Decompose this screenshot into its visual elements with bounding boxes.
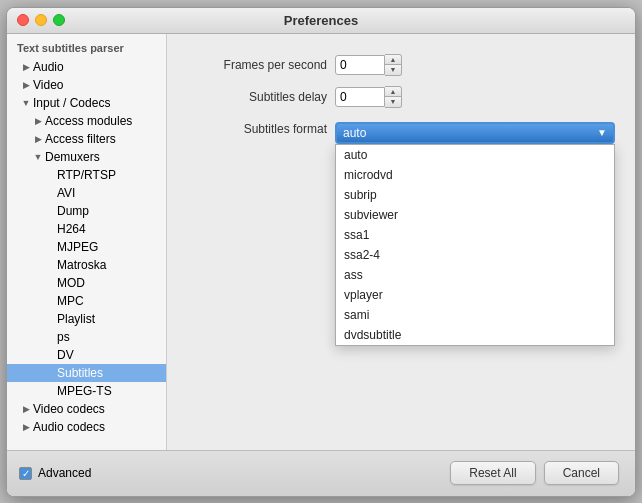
sidebar: Text subtitles parser AudioVideoInput / … — [7, 34, 167, 450]
sidebar-item-label: Dump — [57, 204, 89, 218]
sidebar-item-label: Access modules — [45, 114, 132, 128]
main-panel: Frames per second ▲ ▼ Subtitles delay ▲ — [167, 34, 635, 450]
delay-increment[interactable]: ▲ — [385, 87, 401, 97]
sidebar-item-matroska[interactable]: Matroska — [7, 256, 166, 274]
fps-spinbox: ▲ ▼ — [335, 54, 402, 76]
sidebar-item-mod[interactable]: MOD — [7, 274, 166, 292]
dropdown-item-dvdsubtitle[interactable]: dvdsubtitle — [336, 325, 614, 345]
tree-arrow-icon — [31, 116, 45, 126]
dropdown-item-vplayer[interactable]: vplayer — [336, 285, 614, 305]
cancel-button[interactable]: Cancel — [544, 461, 619, 485]
sidebar-item-label: DV — [57, 348, 74, 362]
delay-spinbox: ▲ ▼ — [335, 86, 402, 108]
sidebar-item-playlist[interactable]: Playlist — [7, 310, 166, 328]
sidebar-item-mpeg-ts[interactable]: MPEG-TS — [7, 382, 166, 400]
sidebar-item-video[interactable]: Video — [7, 76, 166, 94]
format-selected-value: auto — [343, 126, 366, 140]
sidebar-item-label: Audio — [33, 60, 64, 74]
advanced-checkbox[interactable]: ✓ — [19, 467, 32, 480]
sidebar-item-label: MOD — [57, 276, 85, 290]
dropdown-arrow-icon: ▼ — [597, 127, 607, 138]
dropdown-item-sami[interactable]: sami — [336, 305, 614, 325]
sidebar-scroll[interactable]: AudioVideoInput / CodecsAccess modulesAc… — [7, 58, 166, 450]
format-row: Subtitles format auto ▼ automicrodvdsubr… — [187, 122, 615, 144]
sidebar-item-label: H264 — [57, 222, 86, 236]
footer-left: ✓ Advanced — [19, 466, 91, 480]
sidebar-item-label: ps — [57, 330, 70, 344]
sidebar-item-access-modules[interactable]: Access modules — [7, 112, 166, 130]
dropdown-item-ssa2-4[interactable]: ssa2-4 — [336, 245, 614, 265]
tree-arrow-icon — [19, 404, 33, 414]
dropdown-item-ssa1[interactable]: ssa1 — [336, 225, 614, 245]
sidebar-item-label: Video — [33, 78, 63, 92]
sidebar-item-label: Video codecs — [33, 402, 105, 416]
sidebar-item-label: Matroska — [57, 258, 106, 272]
sidebar-item-audio[interactable]: Audio — [7, 58, 166, 76]
sidebar-item-dump[interactable]: Dump — [7, 202, 166, 220]
fps-decrement[interactable]: ▼ — [385, 65, 401, 75]
sidebar-header: Text subtitles parser — [7, 34, 166, 58]
sidebar-item-label: Demuxers — [45, 150, 100, 164]
tree-arrow-icon — [19, 422, 33, 432]
sidebar-item-label: RTP/RTSP — [57, 168, 116, 182]
sidebar-item-label: MPEG-TS — [57, 384, 112, 398]
sidebar-item-subtitles[interactable]: Subtitles — [7, 364, 166, 382]
minimize-button[interactable] — [35, 14, 47, 26]
tree-arrow-icon — [19, 98, 33, 108]
format-dropdown-selected[interactable]: auto ▼ — [335, 122, 615, 144]
fps-increment[interactable]: ▲ — [385, 55, 401, 65]
delay-row: Subtitles delay ▲ ▼ — [187, 86, 615, 108]
content-area: Text subtitles parser AudioVideoInput / … — [7, 34, 635, 450]
sidebar-item-label: AVI — [57, 186, 75, 200]
tree-arrow-icon — [31, 134, 45, 144]
tree-arrow-icon — [31, 152, 45, 162]
delay-decrement[interactable]: ▼ — [385, 97, 401, 107]
sidebar-item-label: MPC — [57, 294, 84, 308]
sidebar-item-label: Access filters — [45, 132, 116, 146]
sidebar-item-label: Input / Codecs — [33, 96, 110, 110]
sidebar-item-label: Playlist — [57, 312, 95, 326]
sidebar-item-access-filters[interactable]: Access filters — [7, 130, 166, 148]
tree-arrow-icon — [19, 62, 33, 72]
fps-row: Frames per second ▲ ▼ — [187, 54, 615, 76]
dropdown-item-ass[interactable]: ass — [336, 265, 614, 285]
advanced-label: Advanced — [38, 466, 91, 480]
sidebar-item-ps[interactable]: ps — [7, 328, 166, 346]
sidebar-item-mpc[interactable]: MPC — [7, 292, 166, 310]
sidebar-item-avi[interactable]: AVI — [7, 184, 166, 202]
sidebar-item-h264[interactable]: H264 — [7, 220, 166, 238]
sidebar-item-label: Subtitles — [57, 366, 103, 380]
delay-spinbox-buttons: ▲ ▼ — [385, 86, 402, 108]
preferences-window: Preferences Text subtitles parser AudioV… — [6, 7, 636, 497]
titlebar: Preferences — [7, 8, 635, 34]
sidebar-item-rtp-rtsp[interactable]: RTP/RTSP — [7, 166, 166, 184]
reset-button[interactable]: Reset All — [450, 461, 535, 485]
format-dropdown-container: auto ▼ automicrodvdsubripsubviewerssa1ss… — [335, 122, 615, 144]
delay-input[interactable] — [335, 87, 385, 107]
titlebar-buttons — [17, 14, 65, 26]
sidebar-item-demuxers[interactable]: Demuxers — [7, 148, 166, 166]
dropdown-item-microdvd[interactable]: microdvd — [336, 165, 614, 185]
close-button[interactable] — [17, 14, 29, 26]
sidebar-item-label: Audio codecs — [33, 420, 105, 434]
sidebar-item-label: MJPEG — [57, 240, 98, 254]
fps-label: Frames per second — [187, 58, 327, 72]
format-label: Subtitles format — [187, 122, 327, 136]
dropdown-item-subrip[interactable]: subrip — [336, 185, 614, 205]
format-dropdown-list: automicrodvdsubripsubviewerssa1ssa2-4ass… — [335, 144, 615, 346]
fps-spinbox-buttons: ▲ ▼ — [385, 54, 402, 76]
sidebar-item-video-codecs[interactable]: Video codecs — [7, 400, 166, 418]
tree-arrow-icon — [19, 80, 33, 90]
sidebar-item-input-codecs[interactable]: Input / Codecs — [7, 94, 166, 112]
footer: ✓ Advanced Reset All Cancel — [7, 450, 635, 496]
window-title: Preferences — [284, 13, 358, 28]
sidebar-item-audio-codecs[interactable]: Audio codecs — [7, 418, 166, 436]
sidebar-item-mjpeg[interactable]: MJPEG — [7, 238, 166, 256]
dropdown-item-auto[interactable]: auto — [336, 145, 614, 165]
sidebar-item-dv[interactable]: DV — [7, 346, 166, 364]
delay-label: Subtitles delay — [187, 90, 327, 104]
maximize-button[interactable] — [53, 14, 65, 26]
dropdown-item-subviewer[interactable]: subviewer — [336, 205, 614, 225]
fps-input[interactable] — [335, 55, 385, 75]
